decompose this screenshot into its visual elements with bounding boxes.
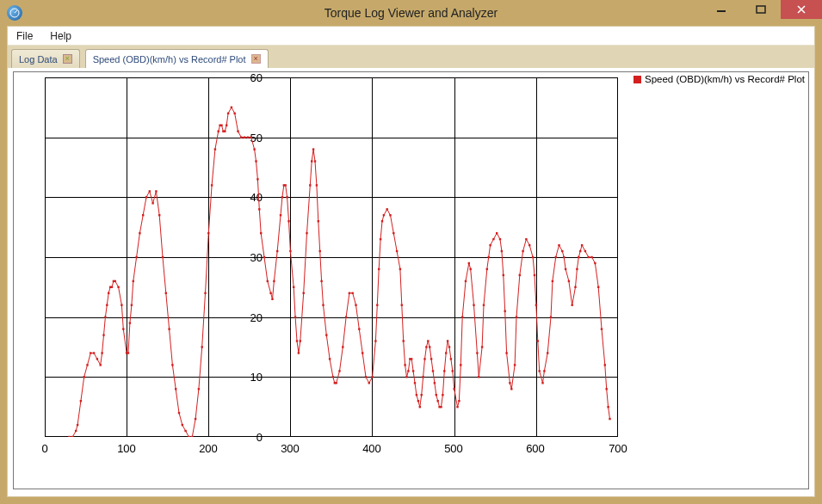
svg-rect-151 [430,358,432,360]
svg-rect-216 [579,250,581,252]
svg-rect-179 [488,256,490,258]
svg-rect-147 [423,358,425,360]
maximize-button[interactable] [741,0,781,19]
x-tick: 0 [32,442,58,455]
svg-rect-8 [77,424,78,426]
svg-rect-83 [280,214,281,216]
svg-rect-98 [311,160,312,162]
svg-rect-56 [211,184,213,186]
svg-rect-87 [286,196,287,198]
svg-rect-19 [106,304,108,306]
svg-rect-212 [572,304,573,306]
svg-rect-207 [558,244,559,246]
svg-rect-181 [492,238,494,240]
svg-rect-107 [329,358,331,360]
svg-rect-43 [168,328,170,329]
svg-rect-162 [448,346,450,347]
svg-rect-217 [581,244,583,246]
menu-help[interactable]: Help [46,28,75,44]
svg-rect-195 [528,244,530,246]
svg-rect-37 [149,190,151,192]
svg-rect-189 [510,388,512,390]
svg-rect-168 [460,364,461,366]
svg-rect-197 [534,274,535,276]
svg-rect-29 [127,352,129,353]
svg-rect-182 [496,232,498,234]
svg-rect-149 [427,340,429,341]
svg-rect-139 [411,358,412,360]
svg-rect-58 [218,131,219,132]
svg-rect-48 [184,430,186,432]
client-area: File Help Log Data × Speed (OBD)(km/h) v… [7,26,815,497]
svg-rect-84 [281,196,283,198]
svg-rect-72 [253,148,255,150]
menubar: File Help [8,27,814,46]
svg-rect-177 [483,304,485,306]
app-icon [7,5,22,21]
tab-log-data[interactable]: Log Data × [11,49,80,68]
svg-rect-125 [380,238,381,240]
svg-rect-148 [425,346,427,347]
x-tick: 400 [359,442,385,455]
svg-rect-100 [314,160,316,162]
svg-rect-158 [442,394,443,396]
close-button[interactable] [781,0,822,19]
svg-rect-214 [576,268,578,270]
svg-rect-185 [503,274,504,276]
svg-rect-163 [450,358,452,360]
svg-rect-36 [145,196,147,198]
svg-rect-31 [131,304,133,306]
svg-rect-71 [250,137,252,138]
minimize-button[interactable] [701,0,741,19]
svg-rect-127 [383,214,385,216]
svg-rect-209 [563,256,565,258]
svg-rect-89 [289,250,291,252]
svg-rect-165 [454,388,455,390]
svg-rect-9 [80,400,82,402]
svg-rect-112 [342,346,343,347]
svg-rect-220 [590,256,592,258]
tab-label: Log Data [19,54,58,65]
svg-rect-77 [263,256,265,258]
svg-rect-15 [100,364,102,366]
window-title: Torque Log Viewer and Analyzer [0,6,822,20]
svg-rect-161 [447,340,448,341]
svg-rect-122 [374,340,376,341]
x-tick: 200 [195,442,221,455]
svg-rect-167 [458,400,460,402]
svg-rect-41 [162,256,164,258]
tab-speed-plot[interactable]: Speed (OBD)(km/h) vs Record# Plot × [85,49,269,68]
svg-rect-10 [83,376,85,378]
svg-rect-170 [465,280,467,282]
svg-rect-106 [325,334,327,335]
svg-rect-120 [368,382,370,384]
close-icon[interactable]: × [63,54,72,64]
svg-rect-57 [214,148,216,150]
svg-rect-116 [355,304,356,306]
x-tick: 100 [114,442,139,455]
svg-rect-117 [358,328,360,329]
svg-rect-55 [207,232,209,234]
svg-rect-102 [318,220,319,222]
menu-file[interactable]: File [13,28,36,44]
close-icon[interactable]: × [251,54,261,64]
svg-rect-184 [501,250,503,252]
svg-rect-213 [574,286,576,288]
svg-rect-118 [362,352,363,353]
svg-rect-52 [198,388,200,390]
svg-rect-81 [273,280,275,282]
svg-rect-204 [550,317,552,318]
legend-swatch-icon [633,76,641,83]
svg-rect-53 [201,346,203,347]
x-tick: 300 [277,442,303,455]
svg-rect-201 [541,382,543,384]
svg-rect-22 [111,286,113,288]
svg-rect-66 [234,113,236,114]
svg-rect-39 [155,190,157,192]
svg-rect-18 [104,317,106,318]
svg-rect-33 [135,256,137,258]
x-tick: 700 [605,442,631,455]
svg-rect-46 [178,412,180,414]
svg-rect-51 [195,418,196,420]
plot-region[interactable] [45,77,618,437]
